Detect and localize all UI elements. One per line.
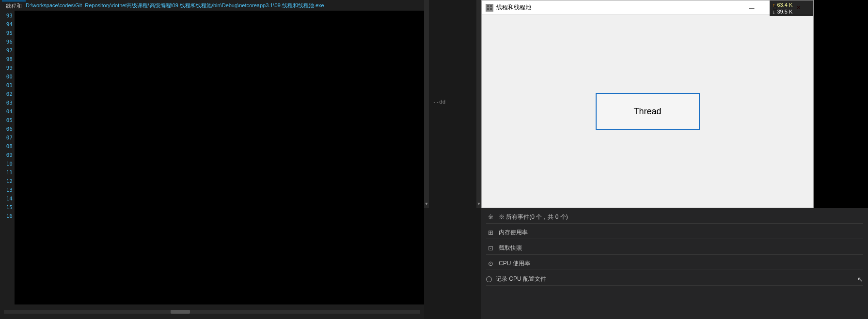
line-num: 00 [0,73,15,81]
events-icon: ※ [486,213,495,222]
cpu-profile-row[interactable]: 记录 CPU 配置文件 ↖ [486,273,863,286]
main-layout: 线程和 D:\workspace\codes\Git_Repository\do… [0,0,868,319]
line-num: 03 [0,99,15,107]
terminal-path: D:\workspace\codes\Git_Repository\dotnet… [26,2,324,9]
line-num: 09 [0,151,15,160]
cpu-icon: ⊙ [486,259,495,268]
dd-label: --dd [433,99,446,105]
terminal-tab[interactable]: 线程和 [2,0,26,11]
mid-panel: ▼ ▼ --dd [424,0,481,319]
svg-rect-1 [490,5,492,7]
screenshot-label: 截取快照 [499,244,522,252]
mid-scrollbar-left[interactable]: ▼ [424,0,429,208]
line-num: 02 [0,90,15,99]
dd-text: --dd [431,97,448,107]
winforms-title: 线程和线程池 [496,3,738,12]
horizontal-scrollbar[interactable] [4,310,420,314]
line-num: 01 [0,81,15,90]
line-num: 15 [0,203,15,212]
memory-row[interactable]: ⊞ 内存使用率 [486,227,863,239]
line-num: 08 [0,142,15,151]
events-row: ※ ※ 所有事件(0 个，共 0 个) [486,211,863,224]
winforms-window: 线程和线程池 — □ ✕ Thread ↑ 63 [481,0,814,208]
line-num: 97 [0,46,15,55]
mouse-cursor-icon: ↖ [857,275,863,283]
svg-rect-2 [487,8,489,10]
app-icon [486,4,493,12]
mid-top-area: ▼ ▼ --dd [424,0,481,208]
memory-icon: ⊞ [486,228,495,237]
radio-button[interactable] [486,276,492,282]
winforms-content: Thread [482,15,813,208]
screenshot-row[interactable]: ⊡ 截取快照 [486,242,863,255]
right-section: 线程和线程池 — □ ✕ Thread ↑ 63 [481,0,868,319]
diagnostics-panel: ※ ※ 所有事件(0 个，共 0 个) ⊞ 内存使用率 ⊡ 截取快照 ⊙ [481,208,868,319]
line-num: 05 [0,116,15,125]
line-numbers-column: 93 94 95 96 97 98 99 00 01 02 03 04 05 0… [0,11,15,304]
line-num: 95 [0,29,15,38]
cpu-label: CPU 使用率 [499,259,530,268]
line-num: 10 [0,160,15,168]
scroll-down-arrow2[interactable]: ▼ [477,201,481,206]
upload-row: ↑ 63.4 K [773,2,810,8]
screenshot-icon: ⊡ [486,244,495,253]
network-overlay: ↑ 63.4 K ↓ 39.5 K [770,0,813,16]
cpu-row: ⊙ CPU 使用率 [486,258,863,270]
right-top-row: 线程和线程池 — □ ✕ Thread ↑ 63 [481,0,868,208]
line-num: 07 [0,134,15,142]
line-num: 93 [0,12,15,20]
svg-rect-0 [487,5,489,7]
line-num: 16 [0,212,15,221]
svg-rect-3 [490,8,492,10]
diag-right-panel [814,0,868,208]
line-num: 94 [0,20,15,29]
terminal-panel: 线程和 D:\workspace\codes\Git_Repository\do… [0,0,424,319]
download-value: 39.5 K [777,9,793,15]
terminal-titlebar: 线程和 D:\workspace\codes\Git_Repository\do… [0,0,424,11]
line-num: 96 [0,38,15,46]
download-icon: ↓ [773,9,775,15]
line-num: 98 [0,55,15,64]
memory-label: 内存使用率 [499,228,528,237]
terminal-scrollbar-bottom [0,304,424,319]
mid-scrollbar-right[interactable]: ▼ [476,0,481,208]
line-num: 11 [0,168,15,177]
winforms-container: 线程和线程池 — □ ✕ Thread ↑ 63 [481,0,814,208]
line-num: 99 [0,64,15,73]
line-num: 04 [0,107,15,116]
line-num: 06 [0,125,15,134]
scroll-down-arrow[interactable]: ▼ [425,201,429,206]
upload-icon: ↑ [773,2,775,8]
cpu-profile-label: 记录 CPU 配置文件 [496,275,546,283]
events-label: ※ 所有事件(0 个，共 0 个) [499,213,568,221]
thread-button[interactable]: Thread [596,93,700,130]
download-row: ↓ 39.5 K [773,9,810,15]
mid-bottom-area [424,208,481,319]
scrollbar-thumb [171,310,190,314]
line-num: 14 [0,195,15,203]
winforms-titlebar: 线程和线程池 — □ ✕ [482,0,813,15]
terminal-content [15,11,424,304]
upload-value: 63.4 K [777,2,793,8]
line-num: 12 [0,177,15,186]
line-num: 13 [0,186,15,195]
minimize-button[interactable]: — [741,3,763,13]
